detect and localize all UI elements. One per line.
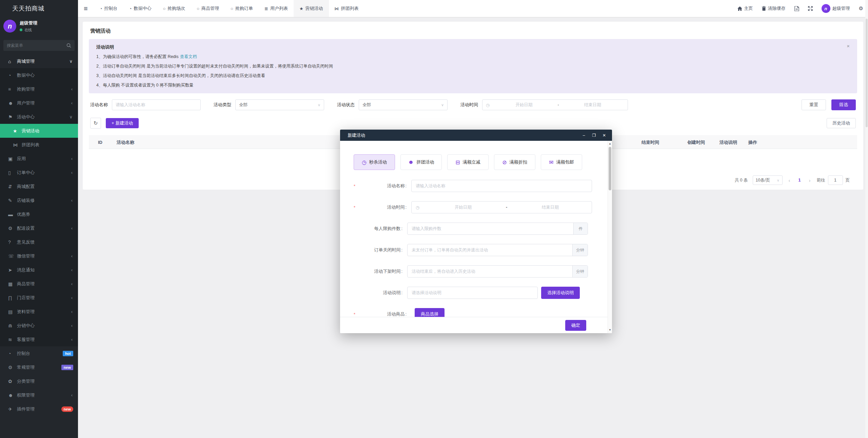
- refresh-icon: ↻: [94, 120, 98, 126]
- activity-name-input[interactable]: [112, 99, 201, 110]
- create-activity-button[interactable]: + 新建活动: [106, 118, 139, 128]
- activity-time-range-picker[interactable]: ◷ 开始日期 - 结束日期: [482, 99, 628, 110]
- question-icon: ?: [8, 240, 16, 245]
- sidebar-item-groupbuy-list[interactable]: ⋈ 拼团列表: [0, 138, 78, 152]
- field-input[interactable]: 请选择活动说明: [407, 287, 538, 299]
- type-seckill[interactable]: ◷ 秒杀活动: [354, 154, 395, 170]
- sidebar-item-order-center[interactable]: ▯ 订单中心 ‹: [0, 166, 78, 179]
- notice-title: 活动说明: [96, 44, 850, 50]
- sidebar-item-category-manage[interactable]: ✿ 分类管理: [0, 374, 78, 388]
- sidebar-item-console[interactable]: ◔ 控制台 hot: [0, 346, 78, 360]
- sidebar-item-permission-manage[interactable]: ☻ 权限管理 ‹: [0, 388, 78, 402]
- page-scrollbar-thumb[interactable]: [866, 19, 868, 127]
- home-button[interactable]: 主页: [737, 5, 753, 12]
- prev-page-button[interactable]: ‹: [787, 177, 792, 183]
- page-size-select[interactable]: 10条/页 ∨: [753, 175, 783, 185]
- type-full-reduction[interactable]: ⊟ 满额立减: [447, 154, 489, 170]
- tab-data-center[interactable]: ◔ 数据中心: [123, 0, 157, 17]
- sidebar-item-marketing-activity[interactable]: ★ 营销活动: [0, 124, 78, 138]
- field-action-button[interactable]: 商品选择: [415, 308, 445, 317]
- sidebar-item-shop-decorate[interactable]: ✎ 店铺装修 ‹: [0, 193, 78, 207]
- field-action-button[interactable]: 选择活动说明: [541, 287, 580, 299]
- sidebar-item-message-notice[interactable]: ➤ 消息通知 ‹: [0, 263, 78, 277]
- tab-marketing-activity[interactable]: ★ 营销活动: [294, 0, 329, 17]
- sidebar-item-service-manage[interactable]: ≋ 客服管理 ‹: [0, 332, 78, 346]
- dialog-header[interactable]: 新建活动 – ❐ ✕: [340, 130, 612, 141]
- col-end-time: 结束时间: [642, 136, 659, 149]
- chevron-left-icon: ‹: [71, 87, 73, 92]
- type-full-discount[interactable]: ⊘ 满额折扣: [494, 154, 535, 170]
- field-input[interactable]: ◷ 开始日期 - 结束日期: [411, 201, 592, 213]
- sidebar-item-feedback[interactable]: ? 意见反馈: [0, 235, 78, 249]
- activity-status-select[interactable]: 全部 ∨: [359, 99, 448, 110]
- sidebar-item-mall-config[interactable]: ⇵ 商城配置: [0, 179, 78, 193]
- sidebar-item-coupon[interactable]: ▬ 优惠券: [0, 207, 78, 221]
- fullscreen-button[interactable]: [808, 6, 813, 11]
- goto-page-input[interactable]: [828, 175, 843, 185]
- refresh-button[interactable]: ↻: [90, 118, 101, 129]
- alarm-clock-icon: ◷: [362, 159, 367, 166]
- close-icon[interactable]: ✕: [602, 133, 607, 138]
- history-activity-button[interactable]: 历史活动: [827, 118, 856, 128]
- field-input[interactable]: 请输入限购件数 件: [407, 223, 588, 235]
- sidebar-item-distribution-center[interactable]: ⋒ 分销中心 ‹: [0, 319, 78, 332]
- docs-link[interactable]: 查看文档: [180, 54, 197, 59]
- type-free-shipping[interactable]: ✉ 满额包邮: [541, 154, 582, 170]
- tab-flash-sessions[interactable]: ○ 抢购场次: [157, 0, 191, 17]
- tab-flash-orders[interactable]: ○ 抢购订单: [225, 0, 259, 17]
- mail-circle-icon: ✉: [549, 159, 553, 166]
- maximize-icon[interactable]: ❐: [592, 133, 596, 138]
- dialog-scrollbar[interactable]: ▲ ▼: [608, 141, 612, 333]
- clear-cache-button[interactable]: 清除缓存: [762, 5, 786, 12]
- scroll-down-icon[interactable]: ▼: [608, 328, 612, 332]
- page-scrollbar[interactable]: [865, 0, 868, 438]
- home-icon: ⌂: [8, 59, 16, 64]
- document-button[interactable]: [794, 6, 799, 11]
- sidebar-item-activity-center[interactable]: ⚑ 活动中心 ∨: [0, 110, 78, 124]
- field-input[interactable]: 未支付订单，订单将自动关闭并退出活动 分钟: [407, 244, 588, 256]
- tab-groupbuy-list[interactable]: ⋈ 拼团列表: [329, 0, 364, 17]
- activity-name-input-field[interactable]: [116, 102, 197, 107]
- sidebar-item-material-manage[interactable]: ▤ 资料管理 ‹: [0, 305, 78, 319]
- filter-button[interactable]: 筛选: [831, 99, 856, 110]
- col-activity-desc: 活动说明: [719, 136, 737, 149]
- sidebar-item-mall-manage[interactable]: ⌂ 商城管理 ∨: [0, 54, 78, 68]
- scrollbar-thumb[interactable]: [609, 147, 611, 190]
- activity-type-select[interactable]: 全部 ∨: [235, 99, 324, 110]
- field-input[interactable]: 请输入活动名称: [411, 180, 592, 192]
- sidebar-item-user-manage[interactable]: ☻ 用户管理 ‹: [0, 96, 78, 110]
- sidebar-item-data-center[interactable]: ◔ 数据中心: [0, 68, 78, 82]
- tab-console[interactable]: ◔ 控制台: [94, 0, 123, 17]
- sidebar-item-plugin-manage[interactable]: ✈ 插件管理 new: [0, 402, 78, 416]
- input-suffix: 分钟: [572, 244, 588, 256]
- sidebar-item-wechat-manage[interactable]: ☏ 微信管理 ‹: [0, 249, 78, 263]
- dashboard-icon: ◔: [100, 6, 102, 11]
- scroll-up-icon[interactable]: ▲: [608, 141, 612, 146]
- sidebar-search-input[interactable]: [7, 43, 66, 48]
- user-menu[interactable]: n 超级管理: [822, 4, 850, 13]
- current-page[interactable]: 1: [796, 178, 803, 183]
- sidebar-item-delivery-settings[interactable]: ⚙ 配送设置 ‹: [0, 221, 78, 235]
- confirm-button[interactable]: 确定: [565, 320, 586, 331]
- sidebar-item-general-manage[interactable]: ⚙ 常规管理 new: [0, 360, 78, 374]
- minimize-icon[interactable]: –: [581, 133, 586, 138]
- tab-user-list[interactable]: ≣ 用户列表: [259, 0, 294, 17]
- next-page-button[interactable]: ›: [808, 177, 812, 183]
- sidebar-item-store-manage[interactable]: ∏ 门店管理 ‹: [0, 291, 78, 305]
- settings-button[interactable]: ⚙: [859, 5, 863, 12]
- online-dot-icon: [20, 28, 22, 31]
- type-groupbuy[interactable]: ☻ 拼团活动: [400, 154, 442, 170]
- sidebar-search[interactable]: [3, 40, 75, 51]
- hamburger-menu-icon[interactable]: ≡: [84, 5, 88, 13]
- field-purchase-limit: 每人限购件数 请输入限购件数 件: [354, 223, 594, 235]
- field-label: 每人限购件数: [354, 226, 407, 232]
- reset-button[interactable]: 重置: [802, 99, 826, 110]
- field-input[interactable]: 活动结束后，将自动进入历史活动 分钟: [407, 265, 588, 278]
- close-icon[interactable]: ×: [847, 43, 850, 49]
- badge: hot: [63, 351, 73, 356]
- sidebar-item-goods-manage[interactable]: ▦ 商品管理 ‹: [0, 277, 78, 291]
- user-name: 超级管理: [832, 5, 850, 12]
- tab-goods-manage[interactable]: ○ 商品管理: [191, 0, 225, 17]
- sidebar-item-apps[interactable]: ▣ 应用 ‹: [0, 152, 78, 166]
- sidebar-item-flash-manage[interactable]: ≡ 抢购管理 ‹: [0, 82, 78, 96]
